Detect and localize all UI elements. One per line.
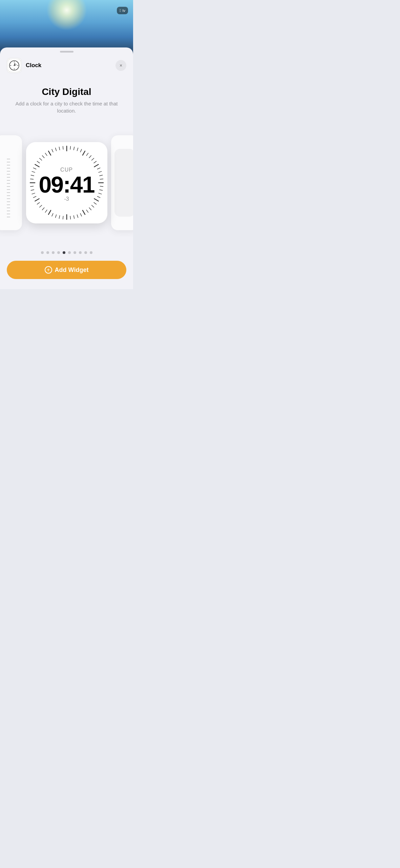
plus-icon: + [45,266,52,274]
add-widget-button[interactable]: + Add Widget [7,261,126,279]
page-dot-4[interactable] [63,251,65,254]
svg-line-38 [73,216,74,219]
page-dot-7[interactable] [79,251,82,254]
svg-line-68 [59,147,60,150]
apple-logo-icon:  [120,8,121,13]
svg-line-46 [45,210,47,212]
clock-icon-svg [8,59,21,72]
carousel-left-peek [0,135,22,230]
svg-line-35 [83,210,85,214]
svg-line-57 [31,175,34,176]
widget-card-main: // Generate tick marks via JS after load… [26,142,107,223]
close-button[interactable]: × [115,60,126,71]
svg-line-61 [37,161,39,163]
svg-line-64 [45,153,47,156]
svg-line-51 [33,196,36,198]
page-dot-3[interactable] [57,251,60,254]
svg-line-16 [86,153,88,156]
svg-line-33 [89,208,91,210]
svg-line-62 [39,158,42,160]
page-dot-2[interactable] [52,251,55,254]
widget-title: City Digital [42,86,91,97]
svg-line-43 [55,215,56,218]
svg-line-15 [83,151,85,155]
svg-line-30 [94,199,98,201]
apple-tv-badge:  tv [117,7,128,14]
svg-line-65 [48,151,51,155]
svg-line-54 [30,186,33,186]
svg-line-21 [97,168,100,169]
svg-line-11 [70,146,70,150]
svg-line-63 [42,156,44,158]
page-dot-1[interactable] [46,251,49,254]
svg-line-22 [99,172,102,173]
svg-line-23 [99,175,102,176]
svg-line-53 [31,190,34,191]
page-dot-5[interactable] [68,251,71,254]
svg-line-60 [35,164,39,167]
svg-line-14 [80,149,82,152]
svg-line-29 [97,196,100,198]
svg-line-20 [94,164,98,167]
svg-line-69 [63,146,63,150]
svg-line-59 [33,168,36,169]
page-dot-6[interactable] [73,251,76,254]
svg-line-58 [32,172,35,173]
svg-line-12 [73,147,74,150]
svg-line-26 [100,186,103,186]
svg-line-66 [52,149,53,152]
svg-line-37 [77,215,78,218]
apple-tv-label: tv [122,8,125,13]
carousel-right-peek [111,135,133,230]
sheet-header: Clock × [0,53,133,78]
svg-line-34 [86,210,88,212]
svg-line-67 [55,148,56,151]
page-dot-0[interactable] [41,251,44,254]
svg-line-24 [100,179,103,179]
svg-line-52 [32,193,35,194]
svg-line-49 [37,202,39,204]
svg-line-31 [94,202,96,204]
page-dot-9[interactable] [90,251,92,254]
widget-sheet: Clock × City Digital Add a clock for a c… [0,47,133,289]
svg-line-44 [52,213,53,216]
svg-line-19 [94,161,96,163]
svg-line-42 [59,216,60,219]
svg-line-18 [91,158,94,160]
svg-line-28 [99,193,102,194]
page-dots [41,251,92,254]
svg-line-39 [70,216,70,219]
widget-carousel[interactable]: // Generate tick marks via JS after load… [0,121,133,244]
svg-line-56 [30,179,33,179]
svg-line-17 [89,156,91,158]
widget-offset-label: -3 [64,196,69,202]
svg-line-47 [42,208,44,210]
svg-line-27 [99,190,102,191]
svg-line-45 [48,210,51,214]
page-dot-8[interactable] [84,251,87,254]
widget-time-label: 09:41 [39,173,94,196]
svg-line-13 [77,148,78,151]
svg-line-41 [63,216,63,219]
svg-point-9 [14,65,15,66]
svg-line-36 [80,213,82,216]
widget-description: Add a clock for a city to check the time… [0,100,133,114]
add-widget-label: Add Widget [55,267,89,274]
app-icon [7,58,22,73]
svg-line-32 [91,205,94,207]
svg-line-48 [39,205,42,207]
app-name-label: Clock [26,62,41,69]
svg-line-50 [35,199,39,201]
